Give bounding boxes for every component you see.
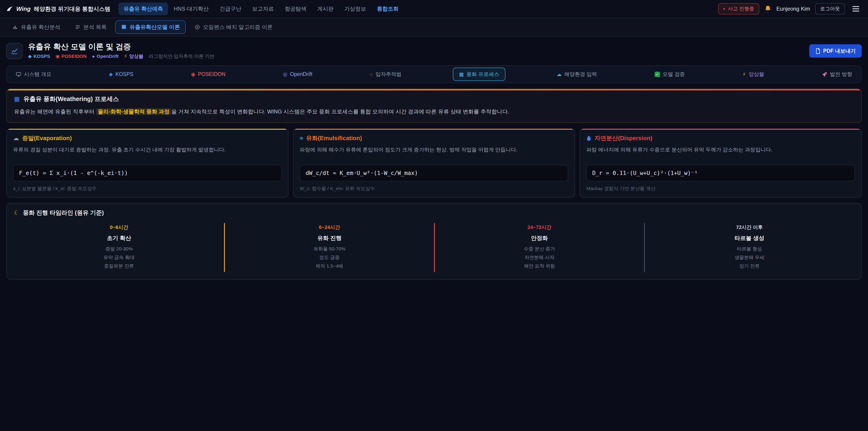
grid-icon: ▦ [14, 95, 20, 102]
badge-ensemble: ⚡ 앙상블 [124, 53, 143, 59]
nav-item-board[interactable]: 게시판 [312, 2, 339, 15]
nav-item-oil-spill-prediction[interactable]: 유출유 확산예측 [119, 2, 168, 15]
section-nav-ensemble[interactable]: ⚡ 앙상블 [736, 68, 771, 81]
section-nav-poseidon[interactable]: ◉ POSEIDON [185, 68, 232, 81]
emulsification-card: ≈ 유화(Emulsification) 파랑에 의해 해수가 유류에 혼입되어… [293, 128, 575, 197]
dispersion-footnote: Mackay 경험식 기반 분산율 계산 [586, 185, 855, 192]
section-nav-opendrift[interactable]: ◎ OpenDrift [277, 68, 319, 81]
pdf-export-button[interactable]: PDF 내보내기 [809, 44, 862, 58]
sub-tabbar: 유출유 확산분석 분석 목록 유출유확산모델 이론 오일펜스 배치 알고리즘 이… [0, 18, 868, 37]
section-nav: 시스템 개요 ◆ KOSPS ◉ POSEIDON ◎ OpenDrift ◌ … [6, 65, 862, 83]
target-icon [194, 24, 200, 30]
stage-title: 초기 확산 [19, 235, 219, 242]
nav-item-integrated-search[interactable]: 통합조회 [372, 2, 404, 15]
tab-label: 분석 목록 [84, 24, 107, 31]
tab-oil-fence-algorithm-theory[interactable]: 오일펜스 배치 알고리즘 이론 [188, 20, 278, 34]
evaporation-formula: F_e(t) = Σ x_i·(1 - e^(-k_ei·t)) [13, 165, 282, 181]
page-header-text: 유출유 확산 모델 이론 및 검증 ◆ KOSPS ◉ POSEIDON ● O… [28, 42, 215, 59]
dispersion-formula: D_r = 0.11·(U_w+U_c)²·(1+U_w)⁻¹ [586, 165, 855, 181]
diamond-icon: ◆ [109, 72, 113, 77]
brand: Wing 해양환경 위기대응 통합시스템 [6, 5, 110, 13]
document-icon [815, 48, 820, 54]
stage-time: 6~24시간 [229, 224, 430, 231]
timeline-stage-stabilization: 24~72시간 안정화 수중 분산 증가 자연분해 시작 해안 표착 위험 [434, 223, 644, 272]
stage-time: 72시간 이후 [649, 224, 849, 231]
nav-item-aerial-search[interactable]: 항공탐색 [280, 2, 311, 15]
incident-status-badge[interactable]: ● 사고 진행중 [718, 3, 759, 14]
stage-title: 타르볼 생성 [649, 235, 849, 242]
nav-item-emergency-rescue[interactable]: 긴급구난 [215, 2, 246, 15]
dispersion-card: 자연분산(Dispersion) 파랑 에너지에 의해 유류가 수중으로 분산되… [580, 128, 862, 197]
tab-spill-analysis[interactable]: 유출유 확산분석 [6, 20, 66, 34]
hamburger-menu-icon[interactable] [850, 4, 862, 14]
main-nav: 유출유 확산예측 HNS·대기확산 긴급구난 보고자료 항공탐색 게시판 기상정… [119, 2, 403, 15]
section-nav-system-overview[interactable]: 시스템 개요 [9, 68, 58, 81]
tab-label: 유출유 확산분석 [21, 24, 60, 31]
wing-logo-icon [6, 6, 13, 12]
stage-time: 0~6시간 [19, 224, 219, 231]
page-header-icon [6, 43, 23, 59]
moon-icon: ☾ [14, 209, 19, 216]
navbar-right: ● 사고 진행중 Eunjeong Kim 로그아웃 [718, 3, 862, 14]
notification-bell-icon[interactable] [764, 5, 772, 12]
circle-dot-icon: ◉ [56, 54, 60, 59]
book-icon [121, 24, 127, 30]
weathering-section-title: ▦ 유출유 풍화(Weathering) 프로세스 [14, 95, 854, 103]
list-icon [75, 24, 81, 30]
cloud-icon: ☁ [13, 135, 19, 142]
top-navbar: Wing 해양환경 위기대응 통합시스템 유출유 확산예측 HNS·대기확산 긴… [0, 0, 868, 18]
monitor-icon [16, 72, 21, 77]
pdf-export-label: PDF 내보내기 [823, 48, 856, 55]
section-nav-kosps[interactable]: ◆ KOSPS [103, 68, 140, 81]
tab-spill-model-theory[interactable]: 유출유확산모델 이론 [115, 20, 186, 34]
section-nav-ocean-environment-input[interactable]: ☁ 해양환경 입력 [550, 68, 603, 81]
stage-time: 24~72시간 [439, 224, 640, 231]
section-nav-model-validation[interactable]: ✓ 모델 검증 [648, 68, 691, 81]
brand-name: Wing [16, 5, 31, 12]
tab-label: 유출유확산모델 이론 [129, 24, 180, 31]
tab-analysis-list[interactable]: 분석 목록 [69, 20, 113, 34]
nav-item-reports[interactable]: 보고자료 [247, 2, 279, 15]
lightning-icon: ⚡ [743, 72, 746, 77]
emulsification-formula: dW_c/dt = K_em·U_w²·(1-W_c/W_max) [300, 165, 568, 181]
weathering-highlight: 물리-화학-생물학적 풍화 과정 [96, 108, 171, 115]
tab-label: 오일펜스 배치 알고리즘 이론 [203, 24, 273, 31]
particles-icon: ◌ [370, 72, 373, 77]
incident-dot-icon: ● [723, 7, 725, 11]
timeline-stage-initial-spread: 0~6시간 초기 확산 증발 20-30% 유막 급속 확대 중질유분 잔류 [14, 223, 224, 272]
badge-poseidon: ◉ POSEIDON [56, 54, 87, 59]
chart-icon [12, 24, 18, 30]
emulsification-footnote: W_c: 함수율 / K_em: 유화 속도상수 [300, 185, 568, 192]
emulsification-description: 파랑에 의해 해수가 유류에 혼입되어 점도가 크게 증가하는 현상. 방제 작… [300, 146, 568, 160]
badge-opendrift: ● OpenDrift [92, 54, 119, 59]
emulsification-title: ≈ 유화(Emulsification) [300, 134, 568, 142]
user-name: Eunjeong Kim [776, 6, 810, 12]
section-nav-weathering-process[interactable]: ▦ 풍화 프로세스 [453, 68, 505, 81]
weathering-timeline-card: ☾ 풍화 진행 타임라인 (원유 기준) 0~6시간 초기 확산 증발 20-3… [6, 203, 862, 280]
app-title: 해양환경 위기대응 통합시스템 [34, 5, 110, 13]
evaporation-footnote: x_i: 성분별 몰분율 / k_ei: 증발 속도상수 [13, 185, 282, 192]
dispersion-title: 자연분산(Dispersion) [586, 134, 855, 142]
nav-item-hns-air-dispersion[interactable]: HNS·대기확산 [169, 2, 214, 15]
evaporation-description: 유류의 경질 성분이 대기로 증발하는 과정. 유출 초기 수시간 내에 가장 … [13, 146, 282, 160]
timeline-title: ☾ 풍화 진행 타임라인 (원유 기준) [14, 209, 854, 217]
nav-item-weather-info[interactable]: 기상정보 [340, 2, 371, 15]
section-nav-particle-tracking[interactable]: ◌ 입자추적법 [364, 68, 408, 81]
stage-title: 유화 진행 [229, 235, 430, 242]
process-card-grid: ☁ 증발(Evaporation) 유류의 경질 성분이 대기로 증발하는 과정… [6, 128, 862, 197]
rocket-icon [822, 72, 827, 77]
droplet-icon [586, 135, 591, 141]
wave-icon: ≈ [300, 135, 303, 142]
page-header: 유출유 확산 모델 이론 및 검증 ◆ KOSPS ◉ POSEIDON ● O… [0, 37, 868, 63]
badge-kosps: ◆ KOSPS [28, 54, 50, 59]
page-header-meta: ◆ KOSPS ◉ POSEIDON ● OpenDrift ⚡ 앙상블 라그랑… [28, 53, 215, 59]
section-nav-future-direction[interactable]: 발전 방향 [815, 68, 859, 81]
dispersion-description: 파랑 에너지에 의해 유류가 수중으로 분산되어 유막 두께가 감소하는 과정입… [586, 146, 855, 160]
timeline-grid: 0~6시간 초기 확산 증발 20-30% 유막 급속 확대 중질유분 잔류 6… [14, 223, 854, 272]
logout-button[interactable]: 로그아웃 [815, 3, 845, 14]
evaporation-card: ☁ 증발(Evaporation) 유류의 경질 성분이 대기로 증발하는 과정… [6, 128, 288, 197]
evaporation-title: ☁ 증발(Evaporation) [13, 134, 282, 142]
timeline-stage-emulsification: 6~24시간 유화 진행 유화율 50-70% 점도 급증 체적 1.5~4배 [224, 223, 434, 272]
circle-icon: ● [92, 54, 95, 59]
bullseye-icon: ◎ [283, 72, 287, 77]
